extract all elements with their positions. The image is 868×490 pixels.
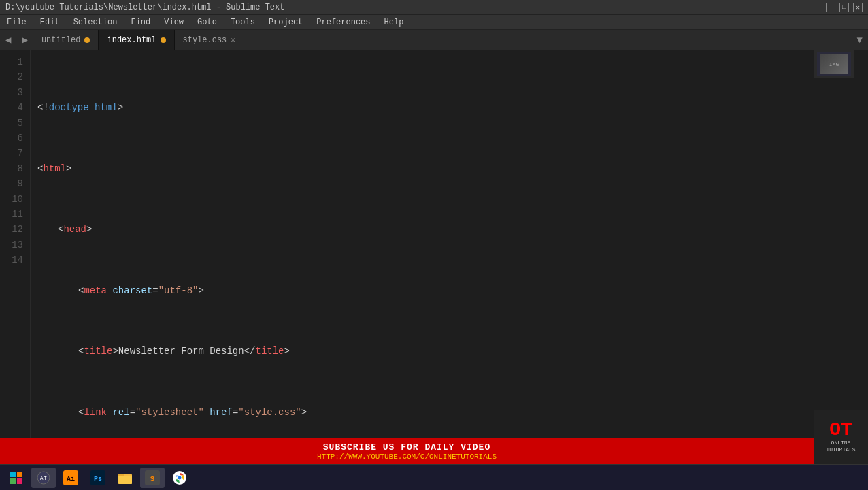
code-line-3: <head>	[37, 222, 861, 237]
taskbar: AI Ai Ps S	[0, 464, 868, 490]
tab-nav-right[interactable]: ▶	[16, 30, 33, 50]
tab-untitled-label: untitled	[41, 35, 81, 45]
file-explorer-icon	[118, 470, 133, 485]
ot-logo: OT	[829, 421, 852, 440]
windows-icon	[10, 471, 23, 485]
tab-style-css[interactable]: style.css ✕	[175, 30, 244, 50]
menu-goto[interactable]: Goto	[190, 16, 224, 29]
line-num-14: 14	[10, 252, 23, 267]
line-num-2: 2	[10, 69, 23, 84]
tab-bar: ◀ ▶ untitled index.html style.css ✕ ▼	[0, 30, 868, 50]
tab-nav-left[interactable]: ◀	[0, 30, 16, 50]
line-num-3: 3	[10, 85, 23, 100]
line-numbers: 1 2 3 4 5 6 7 8 9 10 11 12 13 14	[0, 50, 31, 449]
illustrator-icon: Ai	[63, 470, 78, 485]
ai-taskbar-button[interactable]: AI	[31, 468, 56, 488]
svg-rect-12	[118, 474, 124, 476]
close-button[interactable]: ✕	[853, 3, 863, 12]
menu-find[interactable]: Find	[124, 16, 157, 29]
subscribe-text: SUBSCRIBE US FOR DAILY VIDEO	[323, 442, 490, 453]
tab-dropdown[interactable]: ▼	[852, 35, 868, 46]
ai-icon: AI	[36, 470, 51, 485]
sublime-text-taskbar-button[interactable]: S	[140, 468, 165, 488]
menu-edit[interactable]: Edit	[33, 16, 67, 29]
svg-text:S: S	[150, 475, 155, 483]
menu-bar: File Edit Selection Find View Goto Tools…	[0, 15, 868, 30]
line-num-12: 12	[10, 222, 23, 237]
svg-text:Ps: Ps	[94, 476, 102, 483]
line-num-13: 13	[10, 238, 23, 252]
code-line-1: <!doctype html>	[37, 100, 861, 115]
svg-rect-2	[10, 478, 16, 484]
code-area[interactable]: <!doctype html> <html> <head> <meta char…	[31, 50, 868, 449]
line-num-8: 8	[10, 161, 23, 176]
menu-selection[interactable]: Selection	[67, 16, 124, 29]
tab-untitled[interactable]: untitled	[33, 30, 99, 50]
menu-file[interactable]: File	[0, 16, 33, 29]
window-title: D:\youtube Tutorials\Newsletter\index.ht…	[5, 3, 284, 12]
svg-rect-3	[17, 478, 22, 484]
line-num-9: 9	[10, 176, 23, 191]
menu-help[interactable]: Help	[378, 16, 411, 29]
tab-style-close[interactable]: ✕	[231, 35, 235, 44]
line-num-11: 11	[10, 207, 23, 222]
tab-index-label: index.html	[107, 35, 156, 45]
code-line-5: <title>Newsletter Form Design</title>	[37, 344, 861, 359]
subscribe-bar: SUBSCRIBE US FOR DAILY VIDEO HTTP://WWW.…	[0, 438, 814, 464]
line-num-4: 4	[10, 100, 23, 115]
photoshop-taskbar-button[interactable]: Ps	[86, 468, 110, 488]
menu-project[interactable]: Project	[262, 16, 310, 29]
illustrator-taskbar-button[interactable]: Ai	[59, 468, 83, 488]
code-line-4: <meta charset="utf-8">	[37, 283, 861, 298]
tab-index-modified	[161, 37, 166, 43]
windows-start-button[interactable]	[4, 468, 29, 488]
editor: 1 2 3 4 5 6 7 8 9 10 11 12 13 14 <!docty…	[0, 50, 868, 449]
minimize-button[interactable]: –	[826, 3, 835, 12]
title-bar-title: D:\youtube Tutorials\Newsletter\index.ht…	[5, 3, 284, 12]
svg-point-17	[178, 476, 182, 479]
line-num-1: 1	[10, 54, 23, 69]
chrome-taskbar-button[interactable]	[167, 468, 192, 488]
svg-text:AI: AI	[40, 476, 48, 483]
tab-index-html[interactable]: index.html	[99, 30, 174, 50]
sublime-icon: S	[145, 470, 160, 485]
line-num-10: 10	[10, 192, 23, 207]
line-num-5: 5	[10, 116, 23, 131]
svg-rect-1	[17, 472, 22, 477]
svg-rect-11	[118, 476, 132, 484]
ot-watermark: OT ONLINETUTORIALS	[814, 410, 868, 464]
top-logo: IMG	[814, 50, 854, 78]
code-line-6: <link rel="stylesheet" href="style.css">	[37, 405, 861, 420]
maximize-button[interactable]: □	[839, 3, 849, 12]
tab-untitled-modified	[84, 37, 90, 43]
line-num-7: 7	[10, 146, 23, 161]
svg-rect-0	[10, 472, 16, 477]
title-bar: D:\youtube Tutorials\Newsletter\index.ht…	[0, 0, 868, 15]
menu-view[interactable]: View	[157, 16, 190, 29]
photoshop-icon: Ps	[90, 470, 105, 485]
menu-preferences[interactable]: Preferences	[310, 16, 377, 29]
tab-style-label: style.css	[183, 35, 227, 45]
title-bar-controls[interactable]: – □ ✕	[826, 3, 863, 12]
subscribe-url: HTTP://WWW.YOUTUBE.COM/C/ONLINETUTORIALS	[317, 453, 497, 461]
line-num-6: 6	[10, 131, 23, 146]
ot-text: ONLINETUTORIALS	[826, 440, 855, 453]
file-explorer-taskbar-button[interactable]	[113, 468, 137, 488]
chrome-icon	[172, 470, 187, 485]
code-line-2: <html>	[37, 161, 861, 176]
menu-tools[interactable]: Tools	[224, 16, 262, 29]
logo-image: IMG	[820, 54, 848, 74]
svg-text:Ai: Ai	[67, 476, 75, 483]
